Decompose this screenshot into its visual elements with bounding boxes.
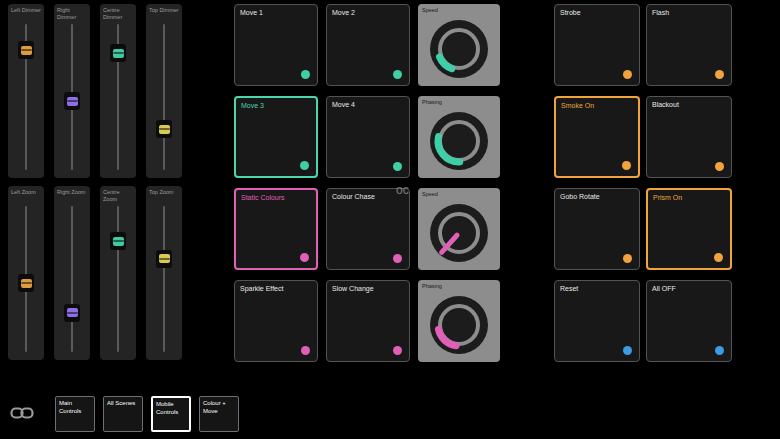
status-dot: [623, 70, 632, 79]
pad-label: Sparkle Effect: [240, 285, 283, 293]
fader-track: [117, 206, 119, 352]
tab-main-controls[interactable]: Main Controls: [55, 396, 95, 432]
fader-handle-grip: [113, 237, 124, 246]
status-dot: [301, 346, 310, 355]
fader-handle[interactable]: [64, 92, 80, 110]
fader-label: Left Zoom: [11, 189, 36, 196]
fader-handle-grip: [67, 97, 78, 106]
knob-panel-phasing-1: Phasing: [418, 96, 500, 178]
status-dot: [623, 346, 632, 355]
fx-pad-reset[interactable]: Reset: [554, 280, 640, 362]
pad-label: Colour Chase: [332, 193, 375, 201]
fader-centre-zoom[interactable]: Centre Zoom: [100, 186, 136, 360]
knob-panel-speed-2: Speed: [418, 188, 500, 270]
tab-label: Main Controls: [59, 400, 81, 414]
fader-label: Centre Zoom: [103, 189, 133, 203]
fader-handle-grip: [159, 254, 170, 263]
tab-label: Mobile Controls: [156, 401, 178, 415]
tab-mobile-controls[interactable]: Mobile Controls: [151, 396, 191, 432]
pad-label: Move 2: [332, 9, 355, 17]
scene-pad-slow-change[interactable]: Slow Change: [326, 280, 410, 362]
tab-all-scenes[interactable]: All Scenes: [103, 396, 143, 432]
phasing-knob-1[interactable]: [418, 96, 500, 178]
fader-handle-grip: [21, 279, 32, 288]
status-dot: [715, 70, 724, 79]
connection-link-icon[interactable]: [10, 401, 34, 429]
phasing-knob-2[interactable]: [418, 280, 500, 362]
scene-pad-move-2[interactable]: Move 2: [326, 4, 410, 86]
pad-label: Move 1: [240, 9, 263, 17]
status-dot: [715, 162, 724, 171]
fader-handle-grip: [21, 46, 32, 55]
scene-grid: Move 1 Move 2 Speed Move 3 Move 4 Phasin…: [234, 4, 500, 362]
speed-knob-2[interactable]: [418, 188, 500, 270]
fader-handle[interactable]: [18, 41, 34, 59]
fx-pad-blackout[interactable]: Blackout: [646, 96, 732, 178]
fader-left-zoom[interactable]: Left Zoom: [8, 186, 44, 360]
status-dot: [622, 161, 631, 170]
tab-colour-move[interactable]: Colour + Move: [199, 396, 239, 432]
fader-handle[interactable]: [110, 232, 126, 250]
fader-right-dimmer[interactable]: Right Dimmer: [54, 4, 90, 178]
fader-centre-dimmer[interactable]: Centre Dimmer: [100, 4, 136, 178]
fader-label: Right Zoom: [57, 189, 85, 196]
scene-pad-colour-chase[interactable]: Colour Chase: [326, 188, 410, 270]
pad-label: All OFF: [652, 285, 676, 293]
fader-handle-grip: [67, 308, 78, 317]
fader-handle-grip: [113, 49, 124, 58]
fader-track: [163, 24, 165, 170]
fx-pad-gobo-rotate[interactable]: Gobo Rotate: [554, 188, 640, 270]
pad-label: Reset: [560, 285, 578, 293]
fx-pad-prism-on[interactable]: Prism On: [646, 188, 732, 270]
pad-label: Move 3: [241, 102, 264, 110]
watermark-text: oc: [396, 183, 409, 197]
scene-pad-sparkle-effect[interactable]: Sparkle Effect: [234, 280, 318, 362]
status-dot: [714, 253, 723, 262]
scene-pad-static-colours[interactable]: Static Colours: [234, 188, 318, 270]
fader-handle[interactable]: [156, 250, 172, 268]
fader-right-zoom[interactable]: Right Zoom: [54, 186, 90, 360]
fx-pad-smoke-on[interactable]: Smoke On: [554, 96, 640, 178]
fader-top-zoom[interactable]: Top Zoom: [146, 186, 182, 360]
status-dot: [300, 161, 309, 170]
fader-track: [163, 206, 165, 352]
status-dot: [393, 70, 402, 79]
scene-pad-move-1[interactable]: Move 1: [234, 4, 318, 86]
pad-label: Gobo Rotate: [560, 193, 600, 201]
fader-label: Top Dimmer: [149, 7, 179, 14]
fader-label: Top Zoom: [149, 189, 173, 196]
fx-pad-strobe[interactable]: Strobe: [554, 4, 640, 86]
fader-handle[interactable]: [156, 120, 172, 138]
speed-knob-1[interactable]: [418, 4, 500, 86]
fader-handle[interactable]: [64, 304, 80, 322]
scene-pad-move-3[interactable]: Move 3: [234, 96, 318, 178]
status-dot: [393, 254, 402, 263]
fx-grid: Strobe Flash Smoke On Blackout Gobo Rota…: [554, 4, 732, 362]
pad-label: Blackout: [652, 101, 679, 109]
pad-label: Flash: [652, 9, 669, 17]
status-dot: [301, 70, 310, 79]
fx-pad-flash[interactable]: Flash: [646, 4, 732, 86]
fader-left-dimmer[interactable]: Left Dimmer: [8, 4, 44, 178]
pad-label: Prism On: [653, 194, 682, 202]
status-dot: [300, 253, 309, 262]
tab-label: Colour + Move: [203, 400, 226, 414]
fader-handle[interactable]: [110, 44, 126, 62]
pad-label: Move 4: [332, 101, 355, 109]
fader-label: Left Dimmer: [11, 7, 41, 14]
tab-label: All Scenes: [107, 400, 135, 406]
fader-handle[interactable]: [18, 274, 34, 292]
pad-label: Slow Change: [332, 285, 374, 293]
pad-label: Smoke On: [561, 102, 594, 110]
status-dot: [393, 162, 402, 171]
knob-panel-speed-1: Speed: [418, 4, 500, 86]
fader-top-dimmer[interactable]: Top Dimmer: [146, 4, 182, 178]
fader-label: Centre Dimmer: [103, 7, 133, 21]
status-dot: [623, 254, 632, 263]
status-dot: [393, 346, 402, 355]
fader-handle-grip: [159, 125, 170, 134]
knob-panel-phasing-2: Phasing: [418, 280, 500, 362]
fader-track: [71, 206, 73, 352]
fx-pad-all-off[interactable]: All OFF: [646, 280, 732, 362]
scene-pad-move-4[interactable]: Move 4: [326, 96, 410, 178]
